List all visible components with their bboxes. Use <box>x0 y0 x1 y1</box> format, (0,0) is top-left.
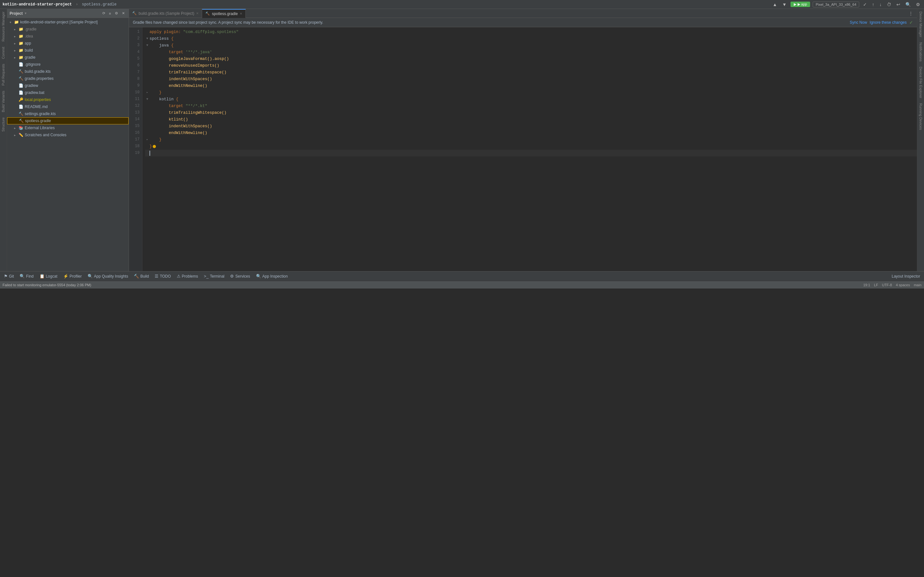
problems-label: Problems <box>182 274 198 279</box>
tab-spotless[interactable]: 🔨 spotless.gradle ✕ <box>202 9 246 18</box>
tree-icon-gradlew: 📄 <box>19 83 23 88</box>
hide-panel-icon[interactable]: ✕ <box>121 11 126 16</box>
tree-icon-readme: 📄 <box>19 105 23 109</box>
right-panel-running-devices[interactable]: Running Devices <box>918 101 924 132</box>
git-btn[interactable]: ⚑ Git <box>1 273 16 279</box>
tree-icon-buildgradlekts: 🔨 <box>19 69 23 74</box>
sync-icon[interactable]: ⟳ <box>101 11 107 16</box>
layout-inspector-btn[interactable]: Layout Inspector <box>889 273 923 279</box>
tree-item-gradleprops[interactable]: 🔨 gradle.properties <box>7 75 129 82</box>
layout-inspector-label: Layout Inspector <box>892 274 920 279</box>
line-ending[interactable]: LF <box>874 283 878 287</box>
git-pull-btn[interactable]: ↓ <box>878 1 883 8</box>
find-btn[interactable]: 🔍 Find <box>17 273 36 279</box>
tree-item-settingsgradlekts[interactable]: 🔨 settings.gradle.kts <box>7 110 129 117</box>
fold-11[interactable]: ▼ <box>145 97 150 102</box>
status-message: Failed to start monitoring emulator-5554… <box>3 283 861 287</box>
project-dropdown[interactable]: ▾ <box>25 11 27 15</box>
code-1-str: "com.diffplug.spotless" <box>183 29 239 35</box>
tree-item-external-libs[interactable]: ▸ 📚 External Libraries <box>7 124 129 131</box>
profiler-btn[interactable]: ⚡ Profiler <box>61 273 84 279</box>
code-line-12: target "**/*.kt" <box>145 103 917 109</box>
find-icon: 🔍 <box>19 274 25 279</box>
ignore-changes-button[interactable]: Ignore these changes <box>870 20 907 25</box>
tree-item-readme[interactable]: 📄 README.md <box>7 103 129 110</box>
fold-10[interactable]: ▸ <box>145 90 150 95</box>
git-branch[interactable]: main <box>914 283 921 287</box>
tree-item-idea[interactable]: ▸ 📁 .idea <box>7 33 129 40</box>
problems-btn[interactable]: ⚠ Problems <box>174 273 201 279</box>
tree-item-app[interactable]: ▸ 📁 app <box>7 40 129 47</box>
tab-spotless-close[interactable]: ✕ <box>240 12 242 15</box>
tree-item-gradlew[interactable]: 📄 gradlew <box>7 82 129 89</box>
cursor-position[interactable]: 19:1 <box>863 283 870 287</box>
tree-item-gitignore[interactable]: 📄 .gitignore <box>7 61 129 68</box>
app-inspection-label: App Inspection <box>262 274 288 279</box>
tab-build-gradle-close[interactable]: ✕ <box>196 11 199 15</box>
tab-build-gradle[interactable]: 🔨 build.gradle.kts (Sample Project) ✕ <box>129 9 202 18</box>
app-inspection-icon: 🔍 <box>256 274 261 279</box>
right-panel-device-file-explorer[interactable]: Device File Explorer <box>918 64 924 101</box>
tree-item-localprops[interactable]: 🔑 local.properties <box>7 96 129 103</box>
tree-item-gradle-folder[interactable]: ▸ 📁 gradle <box>7 54 129 61</box>
code-8-fn: indentWithSpaces() <box>150 76 212 82</box>
charset[interactable]: UTF-8 <box>882 283 892 287</box>
code-line-2: ▼ spotless { <box>145 35 917 42</box>
terminal-btn[interactable]: >_ Terminal <box>201 273 227 279</box>
tree-icon-build: 📁 <box>19 48 23 53</box>
tree-item-build[interactable]: ▸ 📁 build <box>7 47 129 54</box>
line-num-12: 12 <box>129 103 140 109</box>
tree-item-gradlewbat[interactable]: 📄 gradlew.bat <box>7 89 129 96</box>
project-header: Project ▾ ⟳ ≡ ⚙ ✕ <box>7 9 129 18</box>
left-panel-build-variants[interactable]: Build Variants <box>0 88 7 115</box>
code-11-punc: { <box>176 96 179 103</box>
run-button[interactable]: ▶ ▶ app <box>790 2 810 7</box>
tree-icon-localprops: 🔑 <box>19 97 23 102</box>
fold-2[interactable]: ▼ <box>145 36 150 41</box>
git-revert-btn[interactable]: ↩ <box>895 1 901 8</box>
search-btn[interactable]: 🔍 <box>904 1 912 8</box>
build-btn[interactable]: 🔨 Build <box>131 273 152 279</box>
tree-item-gradle[interactable]: ▸ 📁 .gradle <box>7 26 129 33</box>
left-panel-pull-requests[interactable]: Pull Requests <box>0 61 7 88</box>
collapse-all-icon[interactable]: ≡ <box>108 11 112 16</box>
left-panel-structure[interactable]: Structure <box>0 115 7 134</box>
device-selector[interactable]: Pixel_3a_API_33_x86_64 <box>813 2 859 7</box>
nav-down-btn[interactable]: ▼ <box>781 1 788 8</box>
settings-icon[interactable]: ⚙ <box>113 11 120 16</box>
fold-3[interactable]: ▼ <box>145 43 150 48</box>
git-btn[interactable]: ✓ <box>862 1 868 8</box>
tree-item-buildgradlekts[interactable]: 🔨 build.gradle.kts <box>7 68 129 75</box>
project-name: kotlin-android-starter-project <box>3 2 72 7</box>
app-quality-insights-btn[interactable]: 🔍 App Quality Insights <box>85 273 131 279</box>
left-panel-resource-manager[interactable]: Resource Manager <box>0 9 7 44</box>
git-label: Git <box>9 274 14 279</box>
tree-icon-scratches: ✏️ <box>19 133 23 137</box>
git-history-btn[interactable]: ⏱ <box>885 1 893 8</box>
code-7-fn: trimTrailingWhitespace() <box>150 69 226 76</box>
tabs-menu-btn[interactable]: ⋮ <box>907 10 914 17</box>
code-2-plain: spotless <box>150 35 171 42</box>
settings-btn[interactable]: ⚙ <box>915 1 921 8</box>
todo-btn[interactable]: ☰ TODO <box>152 273 173 279</box>
tree-root[interactable]: ▾ 📁 kotlin-android-starter-project [Samp… <box>7 19 129 26</box>
code-line-15: indentWithSpaces() <box>145 123 917 129</box>
tree-item-spotless[interactable]: 🔨 spotless.gradle <box>7 117 129 124</box>
indent[interactable]: 4 spaces <box>896 283 910 287</box>
line-num-8: 8 <box>129 76 140 82</box>
checkmark-icon: ✓ <box>909 20 913 25</box>
right-panel-device-manager[interactable]: Device Manager <box>918 9 924 40</box>
code-content[interactable]: apply plugin: "com.diffplug.spotless" ▼ … <box>142 27 917 271</box>
tree-item-scratches[interactable]: ▸ ✏️ Scratches and Consoles <box>7 131 129 139</box>
app-inspection-btn[interactable]: 🔍 App Inspection <box>254 273 290 279</box>
project-panel: Project ▾ ⟳ ≡ ⚙ ✕ ▾ 📁 kotlin-android-sta… <box>7 9 129 271</box>
sync-now-button[interactable]: Sync Now <box>850 20 867 25</box>
git-push-btn[interactable]: ↑ <box>871 1 876 8</box>
fold-17[interactable]: ▸ <box>145 137 150 142</box>
left-panel-commit[interactable]: Commit <box>0 44 7 61</box>
logcat-btn[interactable]: 📋 Logcat <box>37 273 60 279</box>
right-panel-notifications[interactable]: Notifications <box>918 40 924 64</box>
nav-up-btn[interactable]: ▲ <box>771 1 779 8</box>
tab-build-gradle-label: build.gradle.kts (Sample Project) <box>139 11 194 16</box>
services-btn[interactable]: ⚙ Services <box>228 273 252 279</box>
